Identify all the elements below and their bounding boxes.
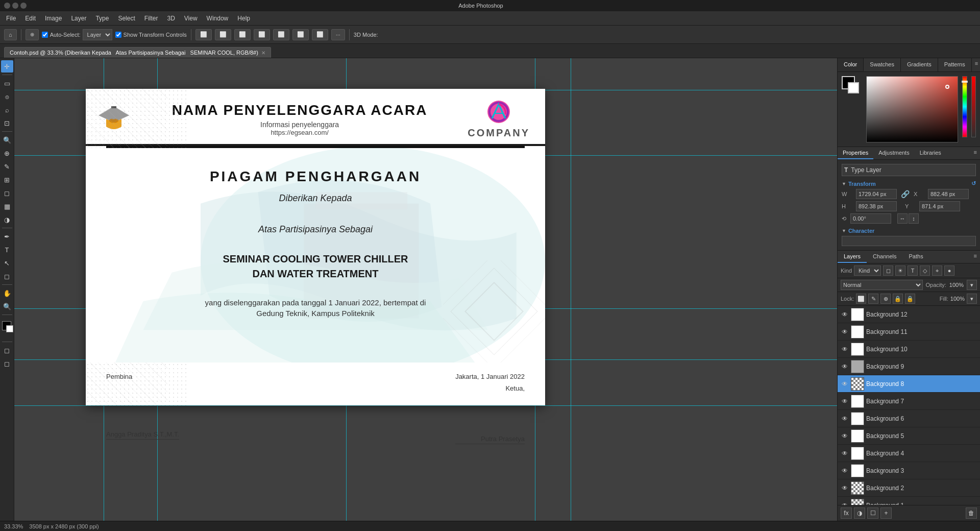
alpha-slider[interactable] xyxy=(971,76,976,137)
layer-item[interactable]: 👁Background 11 xyxy=(838,323,980,341)
layer-item[interactable]: 👁Background 10 xyxy=(838,341,980,358)
quick-mask-btn[interactable]: ◻ xyxy=(1,344,13,356)
layer-item[interactable]: 👁Background 2 xyxy=(838,479,980,497)
maximize-btn[interactable] xyxy=(12,3,18,9)
new-layer-btn[interactable]: + xyxy=(880,508,892,519)
close-btn[interactable] xyxy=(20,3,27,9)
color-gradient-box[interactable] xyxy=(866,76,958,142)
zoom-tool[interactable]: 🔍 xyxy=(1,300,13,312)
menu-3d[interactable]: 3D xyxy=(163,13,179,23)
align-right[interactable]: ⬜ xyxy=(234,29,251,40)
paths-tab[interactable]: Paths xyxy=(903,251,929,263)
home-btn[interactable]: ⌂ xyxy=(4,29,17,40)
window-controls[interactable] xyxy=(4,3,27,9)
hand-tool[interactable]: ✋ xyxy=(1,287,13,299)
layer-item[interactable]: 👁Background 1 xyxy=(838,497,980,505)
gradient-tool[interactable]: ▦ xyxy=(1,200,13,212)
layer-visibility-toggle[interactable]: 👁 xyxy=(841,345,849,353)
width-input[interactable] xyxy=(856,189,897,199)
link-proportions[interactable]: 🔗 xyxy=(901,190,910,198)
distribute[interactable]: ⬜ xyxy=(312,29,328,40)
quick-select-tool[interactable]: ⌕ xyxy=(1,104,13,116)
swatches-tab[interactable]: Swatches xyxy=(864,58,901,71)
character-bar[interactable] xyxy=(842,236,976,246)
channels-tab[interactable]: Channels xyxy=(867,251,902,263)
flip-v-btn[interactable]: ↕ xyxy=(909,213,919,224)
kind-select[interactable]: Kind xyxy=(854,266,881,276)
minimize-btn[interactable] xyxy=(4,3,10,9)
character-arrow[interactable]: ▼ xyxy=(842,228,846,233)
menu-view[interactable]: View xyxy=(180,13,202,23)
flip-h-btn[interactable]: ↔ xyxy=(897,213,908,224)
align-center-h[interactable]: ⬜ xyxy=(273,29,289,40)
move-tool[interactable]: ✛ xyxy=(1,60,13,73)
transform-arrow[interactable]: ▼ xyxy=(842,181,846,186)
move-tool-options[interactable]: ⊕ xyxy=(26,29,39,40)
adjustments-tab[interactable]: Adjustments xyxy=(873,147,915,159)
show-transform-input[interactable] xyxy=(115,32,121,38)
menu-file[interactable]: File xyxy=(2,13,20,23)
menu-help[interactable]: Help xyxy=(233,13,254,23)
align-center-v[interactable]: ⬜ xyxy=(215,29,231,40)
color-tab[interactable]: Color xyxy=(838,58,864,71)
gradients-tab[interactable]: Gradients xyxy=(901,58,938,71)
layer-item[interactable]: 👁Background 4 xyxy=(838,445,980,462)
x-input[interactable] xyxy=(928,189,969,199)
menu-image[interactable]: Image xyxy=(41,13,66,23)
menu-layer[interactable]: Layer xyxy=(67,13,90,23)
menu-window[interactable]: Window xyxy=(203,13,233,23)
menu-edit[interactable]: Edit xyxy=(21,13,40,23)
align-left[interactable]: ⬜ xyxy=(195,29,212,40)
props-menu-btn[interactable]: ≡ xyxy=(971,147,980,159)
lock-all-btn[interactable]: 🔒 xyxy=(905,294,915,304)
canvas-area[interactable]: NAMA PENYELENGGARA ACARA Informasi penye… xyxy=(14,58,837,521)
layer-item[interactable]: 👁Background 5 xyxy=(838,427,980,445)
layer-visibility-toggle[interactable]: 👁 xyxy=(841,310,849,319)
menu-select[interactable]: Select xyxy=(114,13,139,23)
layer-visibility-toggle[interactable]: 👁 xyxy=(841,415,849,423)
transform-reset[interactable]: ↺ xyxy=(971,180,976,187)
color-swatch-area[interactable] xyxy=(0,319,14,337)
filter-pixel-btn[interactable]: ◻ xyxy=(883,266,893,276)
layer-item[interactable]: 👁Background 7 xyxy=(838,393,980,410)
more-options[interactable]: ··· xyxy=(331,29,345,40)
filter-shape-btn[interactable]: ◇ xyxy=(920,266,930,276)
fill-menu[interactable]: ▾ xyxy=(967,294,977,304)
path-select-tool[interactable]: ↖ xyxy=(1,257,13,269)
show-transform-checkbox[interactable]: Show Transform Controls xyxy=(115,32,187,38)
crop-tool[interactable]: ⊡ xyxy=(1,117,13,129)
text-tool[interactable]: T xyxy=(1,244,13,256)
fg-bg-swatches[interactable] xyxy=(842,76,862,96)
auto-select-checkbox[interactable]: Auto-Select: Layer xyxy=(42,29,112,40)
delete-layer-btn[interactable]: 🗑 xyxy=(966,508,977,519)
tab-close-btn[interactable]: ✕ xyxy=(261,50,265,56)
rotation-input[interactable] xyxy=(850,213,891,224)
lock-transparent-btn[interactable]: ⬜ xyxy=(856,294,866,304)
layer-visibility-toggle[interactable]: 👁 xyxy=(841,380,849,388)
filter-smart-btn[interactable]: ⌖ xyxy=(932,266,942,276)
layer-item[interactable]: 👁Background 9 xyxy=(838,358,980,375)
lasso-tool[interactable]: ⌾ xyxy=(1,90,13,103)
properties-tab[interactable]: Properties xyxy=(838,147,873,159)
shape-tool[interactable]: ◻ xyxy=(1,270,13,282)
panel-menu-btn[interactable]: ≡ xyxy=(972,58,980,71)
eyedropper-tool[interactable]: 🔍 xyxy=(1,134,13,146)
layer-item[interactable]: 👁Background 6 xyxy=(838,410,980,427)
lock-artboard-btn[interactable]: ⊕ xyxy=(880,294,891,304)
bg-color-box[interactable] xyxy=(848,82,859,93)
layer-visibility-toggle[interactable]: 👁 xyxy=(841,449,849,457)
brush-tool[interactable]: ✎ xyxy=(1,160,13,173)
fx-btn[interactable]: fx xyxy=(841,508,852,519)
auto-select-input[interactable] xyxy=(42,32,48,38)
adjustment-layer-btn[interactable]: ◑ xyxy=(854,508,865,519)
height-input[interactable] xyxy=(856,201,897,211)
layer-visibility-toggle[interactable]: 👁 xyxy=(841,501,849,505)
background-color[interactable] xyxy=(6,325,13,332)
menu-type[interactable]: Type xyxy=(91,13,113,23)
align-top[interactable]: ⬜ xyxy=(254,29,270,40)
opacity-menu[interactable]: ▾ xyxy=(967,280,977,290)
filter-type-btn[interactable]: T xyxy=(908,266,918,276)
layers-tab[interactable]: Layers xyxy=(838,251,867,263)
clone-tool[interactable]: ⊞ xyxy=(1,174,13,186)
layer-item[interactable]: 👁Background 12 xyxy=(838,306,980,323)
